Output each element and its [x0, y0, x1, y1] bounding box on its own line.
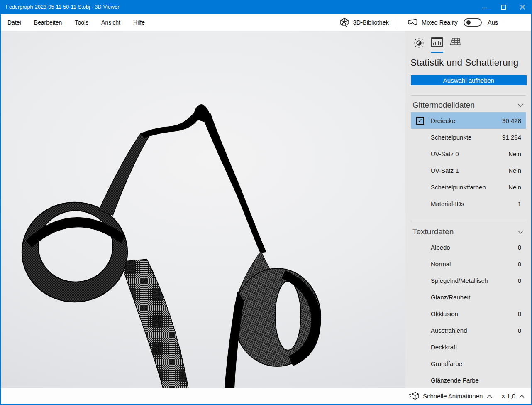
window-title: Federgraph-2023-05-11-50-11-S.obj - 3D-V…: [1, 4, 119, 10]
stat-row[interactable]: Grundfarbe: [405, 355, 531, 372]
animations-chevron[interactable]: [487, 395, 492, 398]
maximize-icon: [501, 5, 506, 10]
mixed-reality-label: Mixed Reality: [422, 19, 458, 26]
panel-sections: Gittermodelldaten✓Dreiecke30.428Scheitel…: [405, 85, 531, 388]
3d-library-button[interactable]: 3D-Bibliothek: [339, 17, 389, 27]
row-value: 1: [518, 200, 521, 207]
row-value: 0: [518, 260, 521, 268]
maximize-button[interactable]: [494, 0, 513, 14]
row-label: UV-Satz 1: [431, 167, 459, 174]
section-header[interactable]: Texturdaten: [405, 222, 531, 239]
row-label: Ausstrahlend: [431, 327, 467, 334]
animated-cube-icon: [409, 392, 419, 401]
toggle-knob: [466, 20, 471, 25]
tab-statistics[interactable]: [428, 37, 446, 53]
titlebar: Federgraph-2023-05-11-50-11-S.obj - 3D-V…: [0, 0, 532, 14]
section-header[interactable]: Gittermodelldaten: [405, 96, 531, 112]
3d-viewport[interactable]: [1, 31, 405, 388]
row-checkbox[interactable]: ✓: [416, 117, 424, 125]
section-title: Texturdaten: [412, 227, 454, 236]
section-title: Gittermodelldaten: [412, 101, 475, 110]
row-label: Albedo: [431, 244, 450, 251]
stat-row[interactable]: Spiegelnd/Metallisch0: [405, 272, 531, 289]
menu-item-tools[interactable]: Tools: [74, 17, 89, 27]
menu-item-bearbeiten[interactable]: Bearbeiten: [33, 17, 63, 27]
row-value: Nein: [508, 150, 521, 157]
section-rows: ✓Dreiecke30.428Scheitelpunkte91.284UV-Sa…: [405, 112, 531, 212]
app-window: Federgraph-2023-05-11-50-11-S.obj - 3D-V…: [0, 0, 532, 405]
menu-item-datei[interactable]: Datei: [7, 17, 22, 27]
stat-row[interactable]: ✓Dreiecke30.428: [411, 112, 526, 129]
row-label: UV-Satz 0: [431, 150, 459, 157]
row-value: 0: [518, 310, 521, 317]
cube-with-magnifier-icon: [339, 17, 349, 27]
row-label: Normal: [431, 260, 451, 268]
row-label: Grundfarbe: [431, 360, 462, 367]
menu-item-ansicht[interactable]: Ansicht: [100, 17, 121, 27]
3d-model-federgraph-ribbon: [1, 31, 405, 388]
chevron-up-icon: [487, 395, 492, 398]
3d-library-label: 3D-Bibliothek: [353, 19, 389, 26]
minimize-button[interactable]: [475, 0, 494, 14]
tab-wireframe[interactable]: [446, 37, 464, 52]
stat-row[interactable]: Normal0: [405, 255, 531, 272]
row-label: Scheitelpunktfarben: [431, 184, 486, 191]
speed-chevron[interactable]: [519, 395, 525, 398]
row-label: Glänzende Farbe: [431, 377, 479, 384]
chevron-down-icon: [517, 103, 524, 107]
speed-label: × 1,0: [501, 393, 515, 400]
row-label: Deckkraft: [431, 344, 457, 351]
row-value: 0: [518, 327, 521, 334]
stat-row[interactable]: Ausstrahlend0: [405, 322, 531, 339]
vr-goggles-icon: [408, 18, 418, 27]
deselect-button[interactable]: Auswahl aufheben: [411, 75, 527, 85]
menubar-right: 3D-Bibliothek Mixed Reality Aus: [339, 17, 531, 27]
selected-tab-underline: [431, 52, 443, 53]
minimize-icon: [482, 5, 487, 10]
close-icon: [520, 5, 525, 10]
stat-row[interactable]: Deckkraft: [405, 339, 531, 355]
row-label: Glanz/Rauheit: [431, 294, 470, 301]
stat-row[interactable]: Scheitelpunkte91.284: [405, 129, 531, 145]
row-label: Okklusion: [431, 310, 458, 317]
stat-row[interactable]: Material-IDs1: [405, 195, 531, 212]
stat-row[interactable]: Glanz/Rauheit: [405, 289, 531, 305]
row-value: 0: [518, 244, 521, 251]
stat-row[interactable]: ScheitelpunktfarbenNein: [405, 179, 531, 195]
statusbar: Schnelle Animationen × 1,0: [1, 388, 531, 404]
main-area: Statistik und Schattierung Auswahl aufhe…: [1, 31, 531, 388]
row-value: Nein: [508, 184, 521, 191]
sun-environment-icon: [413, 37, 425, 49]
row-value: 0: [518, 277, 521, 284]
chevron-up-icon: [519, 395, 525, 398]
stat-row[interactable]: Okklusion0: [405, 305, 531, 322]
menubar-divider: [398, 17, 398, 27]
mixed-reality-toggle[interactable]: [464, 18, 482, 27]
animations-label: Schnelle Animationen: [423, 393, 483, 400]
row-label: Scheitelpunkte: [431, 134, 471, 141]
panel-tabs: [405, 31, 531, 54]
animations-control[interactable]: Schnelle Animationen: [409, 392, 492, 401]
row-label: Material-IDs: [431, 200, 464, 207]
chevron-down-icon: [517, 230, 524, 234]
panel-heading: Statistik und Schattierung: [405, 54, 531, 68]
playback-speed-control[interactable]: × 1,0: [501, 393, 525, 400]
row-value: 30.428: [502, 117, 521, 124]
row-value: 91.284: [502, 134, 521, 141]
mixed-reality-group: Mixed Reality Aus: [408, 18, 498, 27]
row-label: Dreiecke: [431, 117, 455, 124]
stats-chart-icon: [431, 37, 443, 48]
menubar: DateiBearbeitenToolsAnsichtHilfe 3D-Bibl…: [1, 14, 531, 31]
row-label: Spiegelnd/Metallisch: [431, 277, 488, 284]
menu-item-hilfe[interactable]: Hilfe: [132, 17, 146, 27]
close-button[interactable]: [513, 0, 532, 14]
stat-row[interactable]: UV-Satz 0Nein: [405, 145, 531, 162]
row-value: Nein: [508, 167, 521, 174]
stat-row[interactable]: Glänzende Farbe: [405, 372, 531, 388]
mesh-grid-icon: [449, 37, 461, 47]
stat-row[interactable]: Albedo0: [405, 239, 531, 255]
menu-items: DateiBearbeitenToolsAnsichtHilfe: [7, 19, 157, 26]
stat-row[interactable]: UV-Satz 1Nein: [405, 162, 531, 179]
tab-environment[interactable]: [410, 37, 428, 54]
mixed-reality-state: Aus: [488, 19, 498, 26]
